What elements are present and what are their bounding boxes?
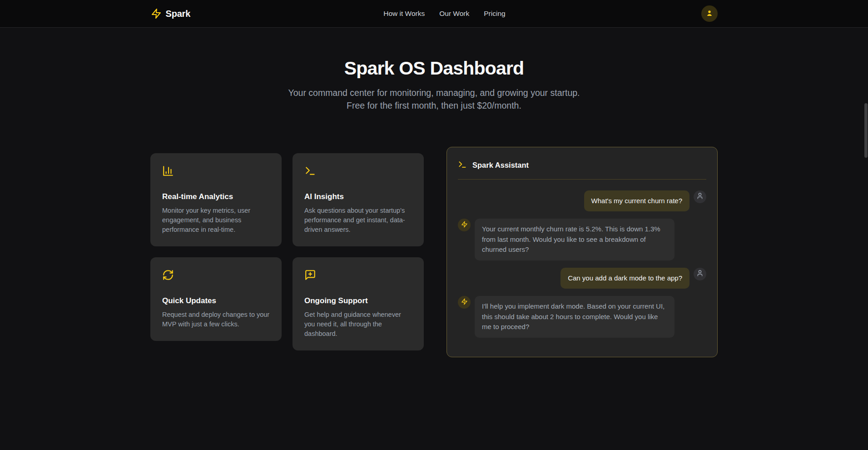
brand-logo[interactable]: Spark: [151, 8, 191, 19]
feature-description: Ask questions about your startup's perfo…: [304, 206, 412, 235]
spark-assistant-panel: Spark Assistant What's my current churn …: [446, 147, 718, 357]
chat-message-user: What's my current churn rate?: [458, 190, 706, 212]
assistant-message-bubble: Your current monthly churn rate is 5.2%.…: [475, 219, 675, 260]
zap-icon: [151, 8, 162, 19]
bar-chart-icon: [162, 165, 270, 179]
nav-link-pricing[interactable]: Pricing: [484, 10, 505, 18]
feature-title: AI Insights: [304, 192, 412, 201]
chat-divider: [458, 179, 706, 180]
terminal-icon: [304, 165, 412, 179]
hero-section: Spark OS Dashboard Your command center f…: [0, 58, 868, 112]
feature-grid: Real-time Analytics Monitor your key met…: [150, 153, 424, 350]
feature-description: Get help and guidance whenever you need …: [304, 310, 412, 339]
nav-link-how-it-works[interactable]: How it Works: [383, 10, 425, 18]
page-subtitle: Your command center for monitoring, mana…: [280, 86, 589, 112]
content-row: Real-time Analytics Monitor your key met…: [0, 147, 868, 357]
feature-card-quick-updates: Quick Updates Request and deploy changes…: [150, 257, 282, 341]
feature-description: Monitor your key metrics, user engagemen…: [162, 206, 270, 235]
chat-message-assistant: Your current monthly churn rate is 5.2%.…: [458, 219, 706, 260]
user-icon: [696, 192, 704, 201]
feature-title: Quick Updates: [162, 296, 270, 305]
chat-message-assistant: I'll help you implement dark mode. Based…: [458, 296, 706, 338]
feature-description: Request and deploy changes to your MVP w…: [162, 310, 270, 329]
message-square-plus-icon: [304, 269, 412, 283]
feature-card-ai-insights: AI Insights Ask questions about your sta…: [293, 153, 424, 246]
chat-title: Spark Assistant: [472, 161, 529, 170]
user-icon: [705, 9, 714, 19]
refresh-icon: [162, 269, 270, 283]
zap-icon: [461, 221, 468, 230]
nav-links: How it Works Our Work Pricing: [383, 10, 505, 18]
feature-title: Real-time Analytics: [162, 192, 270, 201]
vertical-scrollbar[interactable]: [864, 103, 868, 158]
feature-card-realtime-analytics: Real-time Analytics Monitor your key met…: [150, 153, 282, 246]
user-message-bubble: What's my current churn rate?: [584, 190, 689, 212]
brand-name: Spark: [166, 9, 191, 19]
feature-card-ongoing-support: Ongoing Support Get help and guidance wh…: [293, 257, 424, 350]
page-title: Spark OS Dashboard: [0, 58, 868, 79]
chat-message-user: Can you add a dark mode to the app?: [458, 268, 706, 289]
user-avatar: [694, 268, 706, 280]
zap-icon: [461, 298, 468, 307]
account-avatar-button[interactable]: [701, 5, 718, 22]
terminal-icon: [458, 160, 467, 171]
user-icon: [696, 270, 704, 279]
navbar: Spark How it Works Our Work Pricing: [0, 0, 868, 28]
nav-link-our-work[interactable]: Our Work: [439, 10, 469, 18]
user-avatar: [694, 190, 706, 203]
feature-title: Ongoing Support: [304, 296, 412, 305]
chat-messages: What's my current churn rate? Your curre…: [458, 190, 706, 338]
chat-header: Spark Assistant: [458, 158, 706, 171]
assistant-message-bubble: I'll help you implement dark mode. Based…: [475, 296, 675, 338]
user-message-bubble: Can you add a dark mode to the app?: [560, 268, 689, 289]
assistant-avatar: [458, 296, 471, 309]
assistant-avatar: [458, 219, 471, 231]
